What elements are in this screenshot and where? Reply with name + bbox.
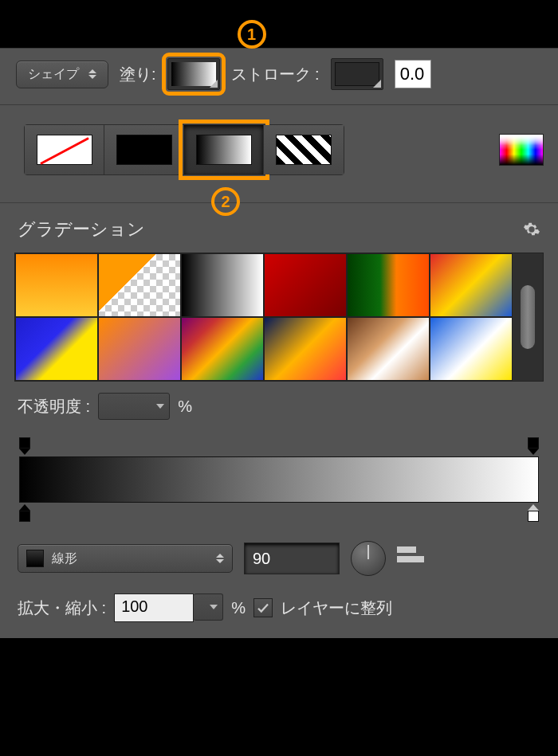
color-stop-left[interactable] [18, 504, 32, 523]
align-to-layer-label: レイヤーに整列 [281, 597, 392, 619]
angle-dial[interactable] [351, 541, 386, 576]
no-fill-icon [37, 135, 92, 165]
scale-dropdown-button[interactable] [194, 593, 223, 621]
dropdown-corner-icon [210, 80, 218, 88]
gradient-preset[interactable] [264, 317, 347, 381]
fill-swatch[interactable] [167, 58, 220, 90]
fill-type-solid[interactable] [104, 125, 184, 174]
opacity-label: 不透明度 : [18, 396, 90, 417]
align-to-layer-checkbox[interactable] [253, 598, 273, 617]
solid-fill-icon [116, 135, 172, 165]
annotation-badge-2: 2 [211, 187, 240, 216]
gradient-preset[interactable] [264, 253, 347, 317]
tool-mode-label: シェイプ [28, 66, 79, 83]
stroke-width-input[interactable]: 0.0 [395, 60, 431, 88]
gear-icon[interactable] [523, 221, 540, 238]
gradient-bar[interactable] [19, 456, 539, 503]
fill-type-group: 2 [24, 124, 344, 175]
gradient-type-label: 線形 [52, 550, 77, 567]
scrollbar-thumb[interactable] [521, 285, 535, 349]
gradient-preset[interactable] [181, 253, 264, 317]
gradient-preset[interactable] [15, 317, 98, 381]
stroke-swatch[interactable] [331, 58, 383, 90]
angle-input[interactable] [244, 543, 340, 574]
gradient-preset[interactable] [430, 317, 513, 381]
dropdown-arrows-icon [88, 69, 96, 79]
opacity-input[interactable] [98, 393, 170, 420]
scale-input[interactable]: 100 [114, 593, 194, 622]
scale-label: 拡大・縮小 : [18, 597, 106, 619]
fill-label: 塗り: [120, 64, 156, 85]
annotation-badge-1: 1 [238, 20, 266, 49]
fill-type-gradient[interactable]: 2 [184, 125, 264, 174]
pattern-fill-icon [276, 135, 332, 165]
opacity-stop-left[interactable] [18, 437, 32, 455]
gradient-preset[interactable] [98, 317, 181, 381]
dropdown-arrow-icon [210, 605, 218, 609]
gradient-preset[interactable] [181, 317, 264, 381]
gradient-preset[interactable] [430, 253, 513, 317]
gradient-preset[interactable] [98, 253, 181, 317]
dropdown-arrows-icon [216, 554, 224, 563]
fill-type-pattern[interactable] [264, 125, 344, 174]
gradient-preset[interactable] [347, 317, 430, 381]
reverse-gradient-button[interactable] [397, 546, 424, 570]
dropdown-corner-icon [373, 80, 381, 88]
gradient-title: グラデーション [18, 217, 145, 241]
preset-scrollbar[interactable] [513, 253, 543, 381]
dropdown-arrow-icon [156, 404, 164, 409]
color-stop-right[interactable] [526, 504, 540, 523]
opacity-stop-right[interactable] [526, 437, 540, 455]
gradient-type-icon [26, 550, 44, 567]
fill-type-none[interactable] [25, 125, 104, 174]
gradient-preset-grid [14, 253, 544, 382]
gradient-preset[interactable] [347, 253, 430, 317]
percent-sign: % [178, 398, 192, 416]
stroke-label: ストローク : [231, 64, 320, 85]
gradient-preset[interactable] [15, 253, 98, 317]
tool-mode-dropdown[interactable]: シェイプ [16, 61, 108, 88]
gradient-type-select[interactable]: 線形 [18, 544, 233, 573]
gradient-editor[interactable] [18, 436, 540, 523]
percent-sign: % [231, 599, 246, 617]
color-picker-button[interactable] [499, 134, 544, 166]
gradient-fill-icon [196, 135, 252, 165]
